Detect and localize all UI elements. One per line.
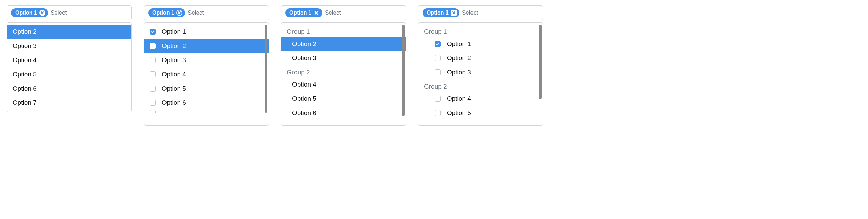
select-option-label: Option 3 (12, 42, 37, 50)
select-menu-list: Group 1Option 1Option 2Option 3Group 2Op… (418, 23, 543, 120)
multiselect: Option 1SelectGroup 1Option 1Option 2Opt… (418, 5, 543, 126)
multiselect: Option 1SelectOption 2Option 3Option 4Op… (7, 5, 132, 112)
select-option-label: Option 5 (12, 71, 37, 78)
select-control[interactable]: Option 1Select (281, 5, 406, 20)
select-option[interactable]: Option 5 (281, 92, 406, 106)
selected-tag[interactable]: Option 1 (11, 8, 48, 17)
select-option[interactable]: Option 2 (7, 25, 131, 39)
select-control[interactable]: Option 1Select (144, 5, 269, 20)
multiselect: Option 1SelectOption 1Option 2Option 3Op… (144, 5, 269, 126)
close-x-icon[interactable] (313, 10, 320, 16)
checkbox-icon[interactable] (150, 57, 156, 63)
option-group-label: Group 1 (281, 25, 406, 37)
select-option[interactable]: Option 2 (281, 37, 406, 51)
select-option[interactable]: Option 6 (281, 106, 406, 120)
select-option[interactable]: Option 3 (281, 51, 406, 65)
select-menu: Group 1Option 1Option 2Option 3Group 2Op… (418, 22, 543, 126)
select-option-label: Option 3 (447, 69, 471, 76)
option-group-label: Group 2 (418, 79, 543, 92)
selected-tag-label: Option 1 (15, 10, 37, 16)
select-option[interactable]: Option 2 (144, 39, 269, 53)
select-option[interactable]: Option 3 (144, 53, 269, 67)
select-menu: Option 2Option 3Option 4Option 5Option 6… (7, 22, 132, 112)
select-option[interactable] (144, 110, 269, 113)
select-option[interactable]: Option 4 (418, 92, 543, 106)
select-menu: Group 1Option 2Option 3Group 2Option 4Op… (281, 22, 406, 126)
selected-tag-label: Option 1 (152, 10, 174, 16)
scrollbar-thumb[interactable] (265, 25, 267, 113)
close-square-icon[interactable] (451, 10, 457, 16)
select-option-label: Option 3 (162, 56, 186, 64)
checkbox-icon[interactable] (150, 71, 156, 77)
select-control[interactable]: Option 1Select (418, 5, 543, 20)
select-option-label: Option 6 (162, 99, 186, 106)
select-option-label: Option 4 (12, 56, 37, 64)
checkbox-icon[interactable] (435, 55, 441, 61)
select-menu: Option 1Option 2Option 3Option 4Option 5… (144, 22, 269, 126)
select-option[interactable]: Option 6 (7, 81, 131, 96)
select-option-label: Option 5 (162, 85, 186, 92)
checkbox-icon[interactable] (150, 43, 156, 49)
select-option[interactable]: Option 3 (418, 65, 543, 79)
select-option[interactable]: Option 3 (7, 39, 131, 53)
select-option[interactable]: Option 6 (144, 96, 269, 110)
select-option-label: Option 6 (292, 109, 316, 117)
scrollbar-thumb[interactable] (402, 25, 405, 116)
select-option[interactable]: Option 1 (144, 25, 269, 39)
select-option-label: Option 2 (292, 40, 316, 48)
select-option-label: Option 5 (447, 109, 471, 117)
select-option-label: Option 2 (12, 28, 37, 35)
select-option-label: Option 5 (292, 95, 316, 102)
select-placeholder: Select (51, 9, 67, 16)
select-placeholder: Select (462, 9, 478, 16)
select-option-label: Option 1 (162, 28, 186, 35)
selected-tag[interactable]: Option 1 (285, 8, 322, 17)
select-menu-list: Option 2Option 3Option 4Option 5Option 6… (7, 23, 131, 112)
select-option[interactable]: Option 4 (7, 53, 131, 67)
selected-tag[interactable]: Option 1 (423, 8, 459, 17)
select-option[interactable]: Option 4 (281, 77, 406, 92)
option-group-label: Group 1 (418, 25, 543, 37)
close-circle-solid-icon[interactable] (39, 10, 45, 16)
select-option[interactable]: Option 5 (418, 106, 543, 120)
select-option-label: Option 3 (292, 54, 316, 62)
checkbox-icon[interactable] (435, 41, 441, 47)
select-option[interactable]: Option 7 (7, 96, 131, 110)
checkbox-icon[interactable] (150, 29, 156, 35)
select-menu-list: Group 1Option 2Option 3Group 2Option 4Op… (281, 23, 406, 120)
select-option[interactable]: Option 4 (144, 67, 269, 81)
select-placeholder: Select (188, 9, 204, 16)
multiselect: Option 1SelectGroup 1Option 2Option 3Gro… (281, 5, 406, 126)
checkbox-icon[interactable] (435, 69, 441, 75)
select-option[interactable]: Option 5 (144, 81, 269, 96)
select-placeholder: Select (325, 9, 341, 16)
select-option[interactable]: Option 5 (7, 67, 131, 81)
checkbox-icon[interactable] (435, 96, 441, 102)
select-menu-list: Option 1Option 2Option 3Option 4Option 5… (144, 23, 269, 113)
checkbox-icon[interactable] (435, 110, 441, 116)
select-option-label: Option 2 (447, 54, 471, 62)
select-option-label: Option 4 (162, 71, 186, 78)
option-group-label: Group 2 (281, 65, 406, 77)
scrollbar-thumb[interactable] (539, 25, 542, 99)
select-option[interactable]: Option 1 (418, 37, 543, 51)
selected-tag[interactable]: Option 1 (148, 8, 185, 17)
selected-tag-label: Option 1 (427, 10, 449, 16)
checkbox-icon[interactable] (150, 86, 156, 92)
select-control[interactable]: Option 1Select (7, 5, 132, 20)
select-option-label: Option 7 (12, 99, 37, 106)
checkbox-icon[interactable] (150, 110, 156, 113)
select-option-label: Option 6 (12, 85, 37, 92)
selected-tag-label: Option 1 (289, 10, 311, 16)
checkbox-icon[interactable] (150, 100, 156, 106)
select-option-label: Option 4 (447, 95, 471, 102)
select-option-label: Option 4 (292, 81, 316, 88)
select-option-label: Option 1 (447, 40, 471, 48)
select-option-label: Option 2 (162, 42, 186, 50)
select-option[interactable]: Option 2 (418, 51, 543, 65)
close-circle-outline-icon[interactable] (176, 10, 182, 16)
